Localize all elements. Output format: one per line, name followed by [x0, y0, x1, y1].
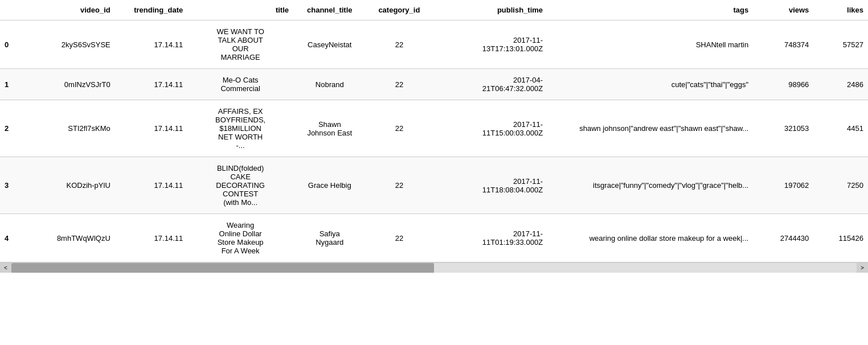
- cell-video_id: 2kyS6SvSYSE: [30, 20, 115, 69]
- cell-channel_title: Shawn Johnson East: [293, 100, 366, 157]
- cell-likes: 7250: [813, 157, 868, 214]
- cell-title: BLIND(folded) CAKE DECORATING CONTEST (w…: [187, 157, 293, 214]
- col-header-index: [0, 0, 30, 20]
- cell-likes: 4451: [813, 100, 868, 157]
- cell-tags: SHANtell martin: [547, 20, 753, 69]
- scroll-right-button[interactable]: >: [857, 263, 868, 273]
- cell-title: Me-O Cats Commercial: [187, 69, 293, 100]
- col-header-video-id: video_id: [30, 0, 115, 20]
- header-row: video_id trending_date title channel_tit…: [0, 0, 868, 20]
- cell-video_id: KODzih-pYlU: [30, 157, 115, 214]
- col-header-trending-date: trending_date: [115, 0, 187, 20]
- cell-publish_time: 2017-11- 11T18:08:04.000Z: [432, 157, 547, 214]
- cell-category_id: 22: [366, 157, 432, 214]
- cell-index: 1: [0, 69, 30, 100]
- horizontal-scrollbar[interactable]: < >: [0, 262, 868, 273]
- col-header-tags: tags: [547, 0, 753, 20]
- scrollbar-track[interactable]: [11, 263, 857, 273]
- cell-trending_date: 17.14.11: [115, 20, 187, 69]
- cell-channel_title: CaseyNeistat: [293, 20, 366, 69]
- scrollbar-thumb[interactable]: [11, 263, 434, 273]
- cell-publish_time: 2017-11- 11T15:00:03.000Z: [432, 100, 547, 157]
- table-wrapper: video_id trending_date title channel_tit…: [0, 0, 868, 273]
- cell-trending_date: 17.14.11: [115, 157, 187, 214]
- cell-category_id: 22: [366, 214, 432, 262]
- cell-views: 2744430: [753, 214, 813, 262]
- table-row: 10mINzVSJrT017.14.11Me-O Cats Commercial…: [0, 69, 868, 100]
- col-header-channel-title: channel_title: [293, 0, 366, 20]
- cell-title: Wearing Online Dollar Store Makeup For A…: [187, 214, 293, 262]
- cell-title: AFFAIRS, EX BOYFRIENDS, $18MILLION NET W…: [187, 100, 293, 157]
- col-header-publish-time: publish_time: [432, 0, 547, 20]
- table-row: 3KODzih-pYlU17.14.11BLIND(folded) CAKE D…: [0, 157, 868, 214]
- cell-tags: cute|"cats"|"thai"|"eggs": [547, 69, 753, 100]
- cell-views: 197062: [753, 157, 813, 214]
- col-header-category-id: category_id: [366, 0, 432, 20]
- cell-video_id: 0mINzVSJrT0: [30, 69, 115, 100]
- cell-trending_date: 17.14.11: [115, 214, 187, 262]
- table-row: 48mhTWqWlQzU17.14.11Wearing Online Dolla…: [0, 214, 868, 262]
- cell-video_id: 8mhTWqWlQzU: [30, 214, 115, 262]
- cell-views: 321053: [753, 100, 813, 157]
- cell-index: 4: [0, 214, 30, 262]
- cell-channel_title: Nobrand: [293, 69, 366, 100]
- cell-index: 2: [0, 100, 30, 157]
- cell-title: WE WANT TO TALK ABOUT OUR MARRIAGE: [187, 20, 293, 69]
- col-header-likes: likes: [813, 0, 868, 20]
- cell-index: 3: [0, 157, 30, 214]
- col-header-title: title: [187, 0, 293, 20]
- cell-views: 98966: [753, 69, 813, 100]
- col-header-views: views: [753, 0, 813, 20]
- cell-category_id: 22: [366, 20, 432, 69]
- cell-video_id: STI2fl7sKMo: [30, 100, 115, 157]
- cell-publish_time: 2017-11- 11T01:19:33.000Z: [432, 214, 547, 262]
- cell-likes: 2486: [813, 69, 868, 100]
- cell-trending_date: 17.14.11: [115, 100, 187, 157]
- cell-channel_title: Safiya Nygaard: [293, 214, 366, 262]
- cell-publish_time: 2017-04- 21T06:47:32.000Z: [432, 69, 547, 100]
- cell-trending_date: 17.14.11: [115, 69, 187, 100]
- cell-publish_time: 2017-11- 13T17:13:01.000Z: [432, 20, 547, 69]
- data-table: video_id trending_date title channel_tit…: [0, 0, 868, 262]
- cell-channel_title: Grace Helbig: [293, 157, 366, 214]
- cell-tags: wearing online dollar store makeup for a…: [547, 214, 753, 262]
- cell-likes: 57527: [813, 20, 868, 69]
- cell-category_id: 22: [366, 69, 432, 100]
- cell-index: 0: [0, 20, 30, 69]
- cell-tags: shawn johnson|"andrew east"|"shawn east"…: [547, 100, 753, 157]
- cell-category_id: 22: [366, 100, 432, 157]
- cell-views: 748374: [753, 20, 813, 69]
- cell-tags: itsgrace|"funny"|"comedy"|"vlog"|"grace"…: [547, 157, 753, 214]
- scroll-left-button[interactable]: <: [0, 263, 11, 273]
- cell-likes: 115426: [813, 214, 868, 262]
- table-row: 2STI2fl7sKMo17.14.11AFFAIRS, EX BOYFRIEN…: [0, 100, 868, 157]
- table-row: 02kyS6SvSYSE17.14.11WE WANT TO TALK ABOU…: [0, 20, 868, 69]
